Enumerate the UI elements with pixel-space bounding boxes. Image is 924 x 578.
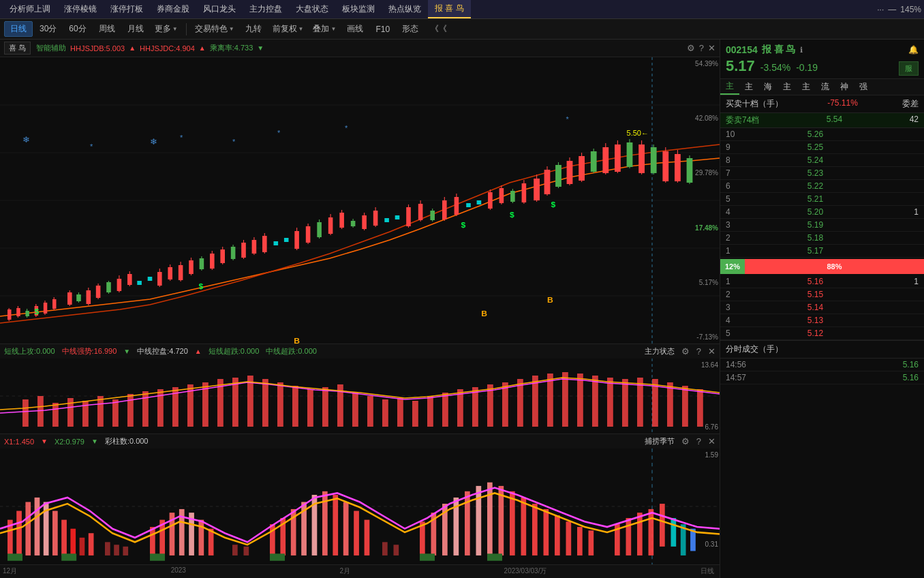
nav-baoxiniao[interactable]: 报 喜 鸟: [428, 0, 471, 18]
more-button[interactable]: ···: [877, 5, 884, 14]
sub1-label2: 中线强势:16.990: [62, 346, 117, 356]
service-button[interactable]: 服: [899, 61, 919, 76]
right-tab-zhu1[interactable]: 主: [720, 79, 739, 95]
svg-rect-86: [466, 203, 471, 207]
feature-huaxian[interactable]: 画线: [341, 22, 369, 36]
nav-dapanzhuangtai[interactable]: 大盘状态: [289, 0, 335, 18]
sub1-help-icon[interactable]: ?: [696, 346, 701, 356]
right-panel: 002154 报 喜 鸟 ℹ 🔔 5.17 -3.54% -0.19 服 主 主…: [720, 40, 924, 578]
sub-chart2-canvas[interactable]: 1.59 0.31: [0, 448, 720, 564]
settings-icon[interactable]: ⚙: [687, 43, 695, 53]
feature-f10[interactable]: F10: [370, 23, 395, 35]
feature-fuquan[interactable]: 前复权 ▼: [268, 22, 308, 36]
sell-price-8: 5.24: [739, 155, 891, 165]
svg-rect-179: [412, 401, 418, 427]
right-tab-hai[interactable]: 海: [758, 79, 777, 95]
sub2-y2: 0.31: [687, 541, 718, 548]
svg-rect-155: [52, 403, 59, 427]
chevron-jiaoyitese: ▼: [229, 26, 234, 32]
feature-jiuzhuan[interactable]: 九转: [240, 22, 267, 36]
sub1-close-icon[interactable]: ✕: [708, 346, 715, 356]
right-tab-zhu2[interactable]: 主: [739, 79, 758, 95]
nav-zhangtingdaban[interactable]: 涨停打板: [104, 0, 150, 18]
svg-rect-259: [7, 553, 22, 560]
nav-bankuaijiance[interactable]: 板块监测: [335, 0, 382, 18]
feature-back[interactable]: 《《: [425, 22, 452, 36]
svg-rect-177: [382, 399, 388, 427]
svg-rect-183: [472, 387, 478, 427]
time-sales-header: 分时成交（手）: [720, 340, 924, 359]
nav-redianzonglane[interactable]: 热点纵览: [382, 0, 428, 18]
nav-fengkoulongtou[interactable]: 风口龙头: [196, 0, 243, 18]
svg-rect-240: [476, 486, 482, 556]
sub2-settings-icon[interactable]: ⚙: [681, 436, 690, 446]
svg-text:*: *: [345, 124, 348, 132]
feature-xingtai[interactable]: 形态: [397, 22, 424, 36]
toolbar: 日线 30分 60分 周线 月线 更多 ▼ 交易特色 ▼ 九转 前复权 ▼ 叠加…: [0, 19, 924, 40]
sell-price-10: 5.26: [739, 130, 891, 139]
right-tab-shen[interactable]: 神: [835, 79, 854, 95]
sub2-close-icon[interactable]: ✕: [708, 436, 715, 446]
candlestick-container[interactable]: 5.50← ←-3.57 $ $ $ $ $ B B B B: [0, 57, 720, 344]
svg-text:$: $: [461, 221, 466, 228]
timeframe-more[interactable]: 更多 ▼: [151, 22, 182, 36]
info-icon[interactable]: ℹ: [800, 46, 803, 55]
buy-row-4: 4 5.13: [720, 314, 924, 327]
right-tab-qiang[interactable]: 强: [854, 79, 873, 95]
svg-rect-173: [322, 387, 328, 427]
svg-rect-252: [626, 518, 632, 556]
nav-quanshang[interactable]: 券商金股: [150, 0, 196, 18]
svg-rect-245: [532, 504, 538, 556]
right-tab-zhu3[interactable]: 主: [777, 79, 797, 95]
timeframe-daily[interactable]: 日线: [4, 21, 33, 37]
svg-text:*: *: [90, 142, 93, 150]
feature-diejia[interactable]: 叠加 ▼: [309, 22, 340, 36]
svg-rect-193: [622, 379, 628, 427]
help-icon[interactable]: ?: [699, 43, 704, 53]
svg-rect-248: [566, 521, 572, 556]
close-chart-icon[interactable]: ✕: [708, 43, 715, 53]
svg-rect-154: [37, 396, 44, 427]
sell-price-9: 5.25: [739, 142, 891, 152]
svg-rect-196: [667, 382, 673, 427]
sub1-label3: 中线控盘:4.720: [137, 346, 188, 356]
sell-74-price: 5.54: [827, 115, 842, 126]
buy-num-5: 5: [726, 329, 739, 338]
timeframe-monthly[interactable]: 月线: [122, 22, 149, 36]
svg-rect-250: [589, 530, 594, 556]
indicator-label: 智能辅助: [36, 43, 66, 53]
sell-price-1: 5.17: [739, 246, 891, 256]
price-change-pct: -3.54%: [760, 62, 790, 73]
right-tab-liu[interactable]: 流: [816, 79, 835, 95]
zoom-level: 145%: [900, 5, 921, 14]
sub2-help-icon[interactable]: ?: [696, 436, 701, 446]
minimize-button[interactable]: —: [888, 5, 896, 14]
bell-icon[interactable]: 🔔: [908, 45, 919, 55]
sell-price-5: 5.21: [739, 194, 891, 204]
svg-rect-262: [270, 553, 285, 560]
sub-chart2-header: X1:1.450 ▼ X2:0.979 ▼ 彩柱数:0.000 捕捞季节 ⚙ ?…: [0, 434, 720, 448]
nav-zhangtinglengjing[interactable]: 涨停棱镜: [57, 0, 104, 18]
svg-rect-176: [367, 396, 373, 427]
timeframe-weekly[interactable]: 周线: [93, 22, 121, 36]
sub-chart1-canvas[interactable]: 13.64 6.76: [0, 359, 720, 434]
timeframe-60min[interactable]: 60分: [63, 22, 91, 36]
timeframe-30min[interactable]: 30分: [34, 22, 62, 36]
svg-rect-159: [112, 399, 119, 427]
svg-rect-261: [150, 553, 165, 560]
feature-jiaoyitese[interactable]: 交易特色 ▼: [191, 22, 238, 36]
svg-rect-180: [427, 396, 433, 427]
chart-header: 喜 鸟 智能辅助 HHJSJDB:5.003 ▲ HHJSJDC:4.904 ▲…: [0, 40, 720, 57]
right-tab-zhu4[interactable]: 主: [797, 79, 816, 95]
sub1-settings-icon[interactable]: ⚙: [681, 346, 690, 356]
hhjsjdc-value: HHJSJDC:4.904: [140, 44, 195, 52]
nav-fenxi[interactable]: 分析师上调: [3, 0, 57, 18]
svg-text:*: *: [180, 134, 183, 141]
nav-zhulipan[interactable]: 主力控盘: [243, 0, 289, 18]
price-change-abs: -0.19: [796, 62, 818, 73]
svg-rect-161: [142, 391, 149, 427]
sell-74-vol: 42: [910, 115, 919, 126]
sell-row-9: 9 5.25: [720, 141, 924, 154]
buy-num-1: 1: [726, 277, 739, 286]
sell-num-5: 5: [726, 194, 739, 204]
